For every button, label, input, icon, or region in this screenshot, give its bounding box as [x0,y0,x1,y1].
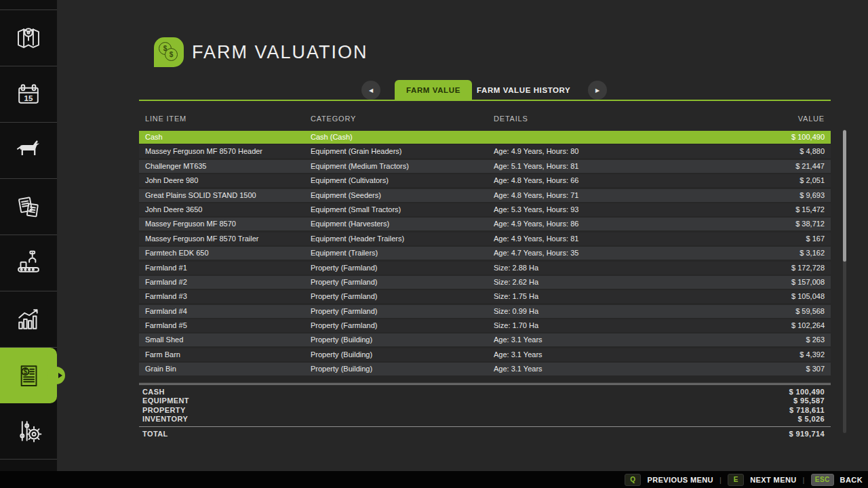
farm-valuation-screen: 15 [0,0,868,488]
column-header-line-item: LINE ITEM [139,115,311,123]
line-item-cell: Great Plains SOLID STAND 1500 [139,189,311,202]
table-row[interactable]: John Deere 3650Equipment (Small Tractors… [139,203,831,216]
category-cell: Property (Farmland) [311,276,494,289]
value-cell: $ 157,008 [743,276,831,289]
value-cell: $ 172,728 [743,262,831,274]
category-cell: Property (Farmland) [311,262,494,274]
table-row[interactable]: John Deere 980Equipment (Cultivators)Age… [139,174,831,187]
statistics-icon [13,304,44,335]
table-row[interactable]: Farmtech EDK 650Equipment (Trailers)Age:… [139,247,831,260]
table-row[interactable]: Farmland #2Property (Farmland)Size: 2.62… [139,276,831,289]
table-row[interactable]: Grain BinProperty (Building)Age: 3.1 Yea… [139,363,831,375]
category-cell: Property (Building) [311,348,494,361]
line-item-cell: Cash [139,131,311,144]
table-row[interactable]: Farm BarnProperty (Building)Age: 3.1 Yea… [139,348,831,361]
sidebar-item-map[interactable] [0,10,57,66]
line-item-cell: Farmland #3 [139,290,311,303]
table-scrollbar-thumb[interactable] [843,130,846,262]
active-item-arrow-icon [58,373,62,378]
table-row[interactable]: Great Plains SOLID STAND 1500Equipment (… [139,189,831,202]
table-scrollbar-track[interactable] [843,129,846,433]
line-item-cell: Farm Barn [139,348,311,361]
right-arrow-icon: ▶ [595,87,599,94]
value-cell: $ 21,447 [743,160,831,173]
tabs-next-button[interactable]: ▶ [588,81,607,100]
category-cell: Property (Farmland) [311,290,494,303]
summary-value: $ 95,587 [793,396,831,405]
line-item-cell: Massey Ferguson MF 8570 [139,218,311,230]
category-cell: Equipment (Small Tractors) [311,203,494,216]
sidebar-item-settings[interactable] [0,403,57,460]
value-cell: $ 263 [743,333,831,346]
production-icon [13,247,44,279]
sidebar-item-production[interactable] [0,235,57,291]
line-item-cell: Grain Bin [139,363,311,375]
calendar-day: 15 [24,94,33,102]
summary-row: CASH$ 100,490 [139,388,831,396]
details-cell: Age: 4.9 Years, Hours: 86 [494,218,743,230]
value-cell: $ 38,712 [743,218,831,230]
line-item-cell: Farmland #5 [139,319,311,332]
category-cell: Equipment (Header Trailers) [311,232,494,245]
line-item-cell: Farmland #2 [139,276,311,289]
summary-row: PROPERTY$ 718,611 [139,406,831,415]
details-cell: Age: 4.7 Years, Hours: 35 [494,247,743,260]
table-row[interactable]: CashCash (Cash)$ 100,490 [139,131,831,144]
value-cell: $ 59,568 [743,305,831,318]
table-row[interactable]: Massey Ferguson MF 8570 HeaderEquipment … [139,145,831,158]
table-row[interactable]: Massey Ferguson MF 8570 TrailerEquipment… [139,232,831,245]
hint-separator: | [719,476,722,484]
table-row[interactable]: Farmland #1Property (Farmland)Size: 2.88… [139,262,831,274]
table-row[interactable]: Farmland #5Property (Farmland)Size: 1.70… [139,319,831,332]
table-row[interactable]: Challenger MT635Equipment (Medium Tracto… [139,160,831,173]
key-q[interactable]: Q [625,474,641,486]
value-cell: $ 4,392 [743,348,831,361]
calendar-icon: 15 [13,79,44,110]
summary-label: EQUIPMENT [139,396,189,405]
page-title: FARM VALUATION [192,42,368,63]
category-cell: Equipment (Seeders) [311,189,494,202]
farm-valuation-icon: $ $ [154,37,184,67]
details-cell: Size: 1.75 Ha [494,290,743,303]
settings-icon [13,415,44,447]
footer-keybar: Q PREVIOUS MENU | E NEXT MENU | ESC BACK [0,471,868,488]
table-row[interactable]: Farmland #4Property (Farmland)Size: 0.99… [139,305,831,318]
tab-farm-value[interactable]: FARM VALUE [395,80,472,101]
key-e[interactable]: E [728,474,744,486]
sidebar-item-statistics[interactable] [0,291,57,348]
table-row[interactable]: Farmland #3Property (Farmland)Size: 1.75… [139,290,831,303]
line-item-cell: Massey Ferguson MF 8570 Trailer [139,232,311,245]
summary-label: CASH [139,388,165,396]
summary-row: EQUIPMENT$ 95,587 [139,396,831,405]
sidebar-item-finances[interactable]: $ [0,348,57,403]
sidebar-item-contracts[interactable] [0,179,57,235]
details-cell: Size: 1.70 Ha [494,319,743,332]
sidebar-item-animals[interactable] [0,123,57,179]
sidebar-item-calendar[interactable]: 15 [0,66,57,123]
details-cell: Size: 0.99 Ha [494,305,743,318]
sidebar-partial-item [0,0,57,10]
line-item-cell: Massey Ferguson MF 8570 Header [139,145,311,158]
value-cell: $ 2,051 [743,174,831,187]
category-cell: Property (Building) [311,333,494,346]
details-cell: Size: 2.62 Ha [494,276,743,289]
key-esc[interactable]: ESC [811,474,834,486]
cow-icon [13,135,44,166]
total-label: TOTAL [139,430,168,440]
contracts-icon [13,191,44,222]
details-cell: Age: 4.9 Years, Hours: 80 [494,145,743,158]
details-cell: Age: 3.1 Years [494,363,743,375]
category-cell: Property (Building) [311,363,494,375]
value-cell: $ 3,162 [743,247,831,260]
line-item-cell: Farmtech EDK 650 [139,247,311,260]
tab-underline [139,100,831,101]
details-cell: Size: 2.88 Ha [494,262,743,274]
line-item-cell: John Deere 980 [139,174,311,187]
tabs-prev-button[interactable]: ◀ [361,81,380,100]
table-row[interactable]: Massey Ferguson MF 8570Equipment (Harves… [139,218,831,230]
details-cell: Age: 3.1 Years [494,333,743,346]
tab-farm-value-history[interactable]: FARM VALUE HISTORY [465,80,582,101]
table-row[interactable]: Small ShedProperty (Building)Age: 3.1 Ye… [139,333,831,346]
category-cell: Equipment (Medium Tractors) [311,160,494,173]
details-cell: Age: 4.8 Years, Hours: 66 [494,174,743,187]
